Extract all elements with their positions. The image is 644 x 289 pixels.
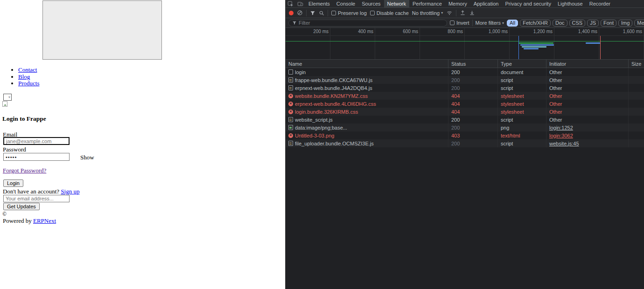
checkbox-icon[interactable] [331, 11, 336, 15]
column-header-type[interactable]: Type [497, 60, 546, 68]
network-overview-timeline[interactable]: 200 ms400 ms600 ms800 ms1,000 ms1,200 ms… [286, 28, 644, 60]
network-request-row[interactable]: website_script.js 200 script Other [286, 116, 644, 124]
tab-privacy-and-security[interactable]: Privacy and security [502, 0, 554, 7]
filter-chip-fetch-xhr[interactable]: Fetch/XHR [520, 20, 551, 27]
filter-icon[interactable] [310, 10, 315, 16]
preserve-log-label: Preserve log [338, 10, 367, 16]
tab-sources[interactable]: Sources [358, 0, 384, 7]
request-name: website_script.js [295, 117, 333, 123]
network-table-header: NameStatusTypeInitiatorSize [286, 60, 644, 68]
divider [456, 10, 456, 16]
filter-chip-css[interactable]: CSS [569, 20, 586, 27]
network-toolbar: Preserve log Disable cache No throttling… [286, 8, 644, 18]
network-request-row[interactable]: frappe-web.bundle.CKCA67WU.js 200 script… [286, 76, 644, 84]
initiator-link[interactable]: login:1252 [549, 125, 573, 131]
request-status: 200 [448, 84, 497, 92]
password-label: Password [3, 146, 26, 153]
newsletter-email-input[interactable] [3, 195, 70, 202]
filter-input[interactable] [299, 20, 443, 26]
waterfall-bar [520, 44, 554, 46]
password-input[interactable] [3, 153, 70, 161]
erpnext-link[interactable]: ERPNext [33, 217, 56, 224]
network-request-row[interactable]: file_uploader.bundle.OCMSZI3E.js 200 scr… [286, 139, 644, 147]
request-size [628, 124, 644, 131]
get-updates-button[interactable]: Get Updates [3, 203, 40, 210]
script-icon [288, 141, 293, 146]
invert-checkbox[interactable]: Invert [450, 20, 469, 26]
network-request-row[interactable]: website.bundle.KN2M7YMZ.css 404 styleshe… [286, 92, 644, 100]
filter-chip-all[interactable]: All [507, 20, 518, 27]
throttling-select[interactable]: No throttling ▾ [412, 10, 443, 16]
timeline-tick-label: 200 ms [286, 28, 330, 35]
initiator-link[interactable]: login:3062 [549, 133, 573, 138]
request-size [628, 131, 644, 139]
filter-chip-font[interactable]: Font [601, 20, 616, 27]
column-header-status[interactable]: Status [448, 60, 497, 68]
request-type: stylesheet [497, 92, 546, 100]
preserve-log-checkbox[interactable]: Preserve log [331, 10, 367, 16]
tab-network[interactable]: Network [384, 0, 409, 7]
filter-chip-doc[interactable]: Doc [553, 20, 567, 27]
checkbox-icon[interactable] [450, 21, 455, 25]
device-toolbar-icon[interactable] [295, 1, 305, 7]
export-har-icon[interactable] [460, 10, 466, 16]
checkbox-icon[interactable] [370, 11, 375, 15]
column-header-name[interactable]: Name [286, 60, 448, 68]
request-initiator: Other [546, 68, 628, 76]
more-filters-dropdown[interactable]: More filters ▾ [476, 20, 504, 26]
select-dropdown[interactable]: ▾ [3, 94, 12, 101]
filter-chip-media[interactable]: Media [634, 20, 644, 27]
request-status: 200 [448, 139, 497, 147]
network-table-body: login 200 document Other frappe-web.bund… [286, 68, 644, 147]
tab-performance[interactable]: Performance [409, 0, 445, 7]
timeline-grid[interactable] [286, 36, 644, 59]
tab-recorder[interactable]: Recorder [586, 0, 614, 7]
clear-network-log-icon[interactable] [297, 10, 303, 16]
record-icon[interactable] [289, 11, 294, 15]
tab-elements[interactable]: Elements [305, 0, 333, 7]
chevron-down-icon: ▾ [502, 21, 504, 25]
network-request-row[interactable]: erpnext-web.bundle.J4A2DQB4.js 200 scrip… [286, 84, 644, 92]
tab-lighthouse[interactable]: Lighthouse [554, 0, 586, 7]
request-status: 200 [448, 68, 497, 76]
nav-link-products[interactable]: Products [18, 80, 40, 87]
signup-text: Don't have an account? [3, 188, 59, 195]
tab-console[interactable]: Console [333, 0, 358, 7]
waterfall-bar [524, 48, 539, 49]
filter-input-box[interactable] [288, 20, 447, 27]
network-request-row[interactable]: login.bundle.326KIRMB.css 404 stylesheet… [286, 108, 644, 116]
error-icon [288, 102, 293, 106]
divider [472, 20, 473, 26]
network-request-row[interactable]: erpnext-web.bundle.4LOI6DHG.css 404 styl… [286, 100, 644, 108]
chevron-down-icon: ▾ [441, 11, 443, 15]
email-input[interactable] [3, 137, 70, 145]
tab-application[interactable]: Application [470, 0, 502, 7]
request-name-cell: website.bundle.KN2M7YMZ.css [286, 92, 448, 100]
screen: ContactBlogProducts ▾ Login to Frappe Em… [0, 0, 644, 289]
show-password-toggle[interactable]: Show [80, 154, 94, 161]
signup-link[interactable]: Sign up [61, 188, 79, 195]
network-request-row[interactable]: login 200 document Other [286, 68, 644, 76]
column-header-size[interactable]: Size [628, 60, 644, 68]
filter-chip-js[interactable]: JS [587, 20, 599, 27]
tab-memory[interactable]: Memory [445, 0, 470, 7]
login-button[interactable]: Login [3, 179, 23, 187]
network-request-row[interactable]: data:image/png;base... 200 png login:125… [286, 124, 644, 131]
column-header-initiator[interactable]: Initiator [546, 60, 628, 68]
nav-link-contact[interactable]: Contact [18, 66, 37, 73]
network-request-row[interactable]: Untitled-3-03.png 403 text/html login:30… [286, 131, 644, 139]
search-icon[interactable] [319, 10, 324, 16]
network-activity-band [286, 41, 644, 41]
import-har-icon[interactable] [469, 10, 475, 16]
inspect-icon[interactable] [286, 1, 295, 7]
filter-chip-img[interactable]: Img [618, 20, 632, 27]
disable-cache-checkbox[interactable]: Disable cache [370, 10, 409, 16]
network-conditions-icon[interactable] [446, 10, 453, 16]
image-icon [288, 125, 293, 130]
request-size [628, 84, 644, 92]
request-size [628, 108, 644, 116]
request-status: 404 [448, 92, 497, 100]
forgot-password-link[interactable]: Forgot Password? [3, 167, 46, 174]
initiator-link[interactable]: website.js:45 [549, 141, 579, 146]
nav-link-blog[interactable]: Blog [18, 73, 30, 80]
